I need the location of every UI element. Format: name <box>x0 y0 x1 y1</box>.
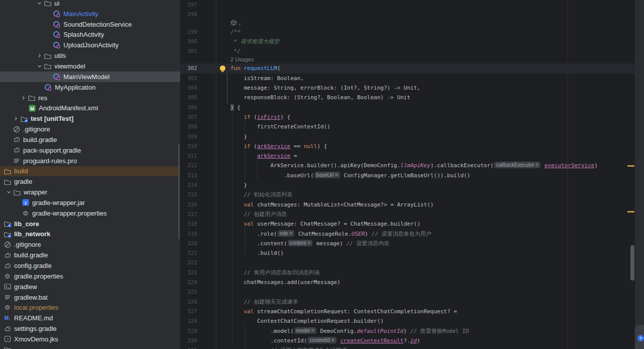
tree-item-label: gradle <box>14 178 32 185</box>
tree-item--gitignore[interactable]: .gitignore <box>0 124 180 134</box>
chevron-right-icon[interactable] <box>36 53 43 58</box>
right-tool-stripe <box>635 0 644 349</box>
line-number: 309 <box>180 132 216 142</box>
usages-label[interactable]: 2 Usages <box>230 56 254 62</box>
tree-item-gradlew[interactable]: gradlew <box>0 282 180 292</box>
tree-item-gradle-wrapper-properties[interactable]: ⚙gradle-wrapper.properties <box>0 208 180 219</box>
chevron-right-icon[interactable] <box>20 95 27 101</box>
tree-item-ui[interactable]: ui <box>0 0 180 9</box>
tree-item-lib-core[interactable]: lib_core <box>0 219 180 229</box>
tree-item-readme-md[interactable]: M↓README.md <box>0 313 180 323</box>
tree-item-gradlew-bat[interactable]: gradlew.bat <box>0 292 180 303</box>
code-line-321[interactable]: 321 .build() <box>180 248 635 258</box>
code-text: } <box>216 132 247 142</box>
code-line-319[interactable]: 319 .role(role = ChatMessageRole.USER) /… <box>180 229 635 239</box>
tree-item-res[interactable]: res <box>0 93 180 103</box>
chevron-right-icon[interactable] <box>12 116 20 121</box>
tree-item-proguard-rules-pro[interactable]: proguard-rules.pro <box>0 156 180 166</box>
code-line-301[interactable]: 301 */ <box>180 46 635 56</box>
code-line-316[interactable]: 316 val chatMessages: MutableList<ChatMe… <box>180 200 635 210</box>
tree-item-wrapper[interactable]: wrapper <box>0 187 180 197</box>
tree-item-gradle[interactable]: gradle <box>0 176 180 187</box>
code-line-327[interactable]: 327 val streamChatCompletionRequest: Con… <box>180 307 635 316</box>
line-number: 304 <box>180 83 216 93</box>
chevron-down-icon[interactable] <box>36 63 43 69</box>
tree-item-myapplication[interactable]: MyApplication <box>0 82 180 93</box>
code-line-299[interactable]: 299/** <box>180 27 635 37</box>
tree-item-gradle-properties[interactable]: ⚙gradle.properties <box>0 271 180 282</box>
tree-item-settings-gradle[interactable]: settings.gradle <box>0 323 180 334</box>
code-line-314[interactable]: 314 } <box>180 180 635 190</box>
tree-item-config-gradle[interactable]: config.gradle <box>0 260 180 271</box>
chevron-down-icon[interactable] <box>5 189 13 195</box>
chevron-down-icon[interactable] <box>36 1 43 6</box>
folder-icon <box>3 345 12 349</box>
lightbulb-icon[interactable] <box>220 65 225 71</box>
inlay-row-usages[interactable]: 2 Usages <box>180 56 635 63</box>
code-line-302[interactable]: 302fun requestLLM( <box>180 63 635 73</box>
code-line-328[interactable]: 328 ContextChatCompletionRequest.builder… <box>180 316 635 326</box>
code-line-315[interactable]: 315 // 初始化消息列表 <box>180 190 635 199</box>
line-number: 319 <box>180 229 216 239</box>
code-line-300[interactable]: 300 * 请求推理大模型 <box>180 37 635 46</box>
code-line-318[interactable]: 318 val userMessage: ChatMessage? = Chat… <box>180 219 635 229</box>
tree-item-uploadjsonactivity[interactable]: UploadJsonActivity <box>0 40 180 50</box>
code-editor[interactable]: 297298▾299/**300 * 请求推理大模型301 */2 Usages… <box>180 0 644 349</box>
tree-item-splashactivity[interactable]: SplashActivity <box>0 30 180 40</box>
code-line-331[interactable]: 331 // 设置上下文模式为会话模式 <box>180 345 635 349</box>
tree-item-gradle-wrapper-jar[interactable]: zgradle-wrapper.jar <box>0 197 180 208</box>
code-line-306[interactable]: 306) { <box>180 103 635 112</box>
code-line-303[interactable]: 303 isStream: Boolean, <box>180 74 635 83</box>
code-line-323[interactable]: 323 // 将用户消息添加到消息列表 <box>180 268 635 277</box>
tree-item--gitignore[interactable]: .gitignore <box>0 239 180 250</box>
code-line-322[interactable]: 322 <box>180 258 635 267</box>
tree-item-local-properties[interactable]: ⚙local.properties <box>0 302 180 313</box>
tree-item-androidmanifest-xml[interactable]: MAndroidManifest.xml <box>0 103 180 113</box>
code-line-330[interactable]: 330 .contextId(contextId = createContext… <box>180 336 635 345</box>
tree-item-lib-network[interactable]: lib_network <box>0 229 180 240</box>
tree-item-test-unittest-[interactable]: test [unitTest] <box>0 113 180 124</box>
modfolder-icon <box>3 230 12 238</box>
assistant-bubble-icon[interactable]: ? <box>637 335 644 341</box>
code-line-310[interactable]: 310 if (arkService == null) { <box>180 142 635 151</box>
tree-item-build-gradle[interactable]: build.gradle <box>0 250 180 260</box>
tree-item-pack-support-gradle[interactable]: pack-support.gradle <box>0 145 180 156</box>
line-number: 298 <box>180 10 216 19</box>
tree-scrollbar[interactable] <box>178 144 180 239</box>
line-number: 302 <box>180 63 216 73</box>
line-number: 321 <box>180 248 216 258</box>
code-line-312[interactable]: 312 ArkService.builder().apiKey(DemoConf… <box>180 161 635 170</box>
code-line-297[interactable]: 297 <box>180 0 635 10</box>
tree-item-sounddetectionservice[interactable]: SoundDetectionService <box>0 19 180 30</box>
editor-scrollbar[interactable] <box>630 245 634 281</box>
code-line-326[interactable]: 326 // 创建聊天完成请求 <box>180 297 635 307</box>
tree-item-utils[interactable]: utils <box>0 50 180 61</box>
tree-item-build[interactable]: build <box>0 166 180 177</box>
tree-item-label: build.gradle <box>23 136 57 144</box>
code-text <box>216 258 230 267</box>
code-line-324[interactable]: 324 chatMessages.add(userMessage) <box>180 277 635 287</box>
tree-item-label: gradle-wrapper.properties <box>32 210 107 217</box>
tree-item-mainactivity[interactable]: MainActivity <box>0 9 180 19</box>
code-line-298[interactable]: 298 <box>180 10 635 19</box>
tree-item-build-gradle[interactable]: build.gradle <box>0 134 180 145</box>
line-number: 297 <box>180 0 216 10</box>
tree-item-xmovdemo-jks[interactable]: ?XmovDemo.jks <box>0 334 180 344</box>
code-line-329[interactable]: 329 .model(model = DemoConfig.defaultPoi… <box>180 326 635 336</box>
code-line-308[interactable]: 308 firstCreateContextId() <box>180 122 635 131</box>
code-line-309[interactable]: 309 } <box>180 132 635 142</box>
code-line-307[interactable]: 307 if (isFirst) { <box>180 112 635 122</box>
code-line-313[interactable]: 313 .baseUrl(baseUrl = ConfigManager.get… <box>180 171 635 180</box>
code-line-304[interactable]: 304 message: String, errorBlock: (Int?, … <box>180 83 635 93</box>
parameter-hint-pill: role = <box>278 230 294 237</box>
code-line-320[interactable]: 320 .content(content = message) // 设置消息内… <box>180 239 635 248</box>
code-line-305[interactable]: 305 responseBlock: (String?, Boolean, Bo… <box>180 93 635 102</box>
tree-item-partial[interactable] <box>0 344 180 349</box>
code-line-317[interactable]: 317 // 创建用户消息 <box>180 210 635 219</box>
tree-item-viewmodel[interactable]: viewmodel <box>0 61 180 72</box>
code-line-311[interactable]: 311 arkService = <box>180 151 635 161</box>
inlay-row-icon[interactable]: ▾ <box>180 20 635 27</box>
tree-item-mainviewmodel[interactable]: MainViewModel <box>0 72 180 82</box>
code-text: if (isFirst) { <box>216 112 290 122</box>
code-line-325[interactable]: 325 <box>180 287 635 297</box>
